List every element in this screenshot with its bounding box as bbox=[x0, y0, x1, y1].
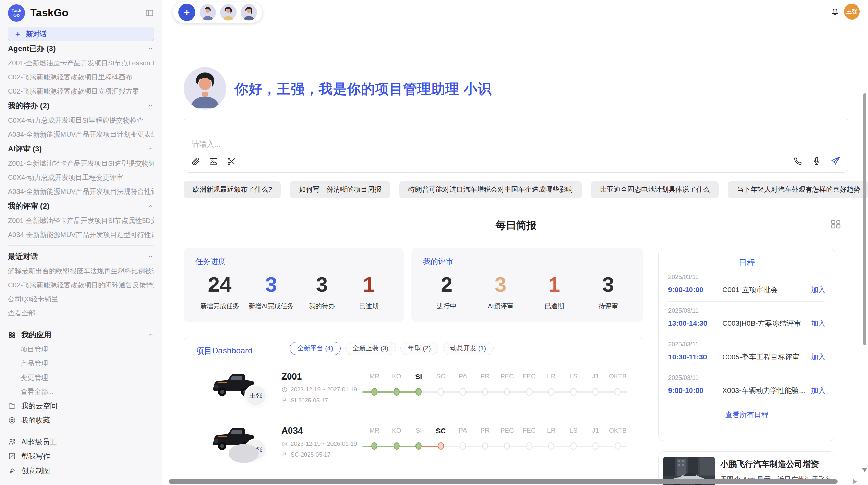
milestone-label-SI: SI bbox=[408, 427, 430, 435]
app-item[interactable]: 产品管理 bbox=[8, 357, 154, 371]
sidebar-section-recent[interactable]: 最近对话 bbox=[8, 249, 154, 264]
add-agent-button[interactable]: + bbox=[178, 4, 195, 21]
stat-value: 3 bbox=[303, 270, 341, 299]
new-chat-button[interactable]: ＋ 新对话 bbox=[8, 27, 154, 41]
send-icon[interactable] bbox=[830, 156, 841, 166]
sidebar-item[interactable]: C0X4-动力总成开发项目SI里程碑提交物检查 bbox=[8, 113, 154, 127]
milestone-dot-PA bbox=[460, 442, 466, 450]
milestone-label-PR: PR bbox=[474, 373, 496, 381]
suggestion-chip[interactable]: 特朗普可能对进口汽车增税会对中国车企造成哪些影响 bbox=[399, 181, 582, 198]
sidebar-item-favorites[interactable]: 我的收藏 bbox=[8, 413, 154, 427]
sidebar-item[interactable]: C0X4-动力总成开发项目工程变更评审 bbox=[8, 171, 154, 185]
milestone-line-segment bbox=[419, 391, 441, 393]
sidebar-tool-writing[interactable]: 帮我写作 bbox=[8, 449, 154, 463]
schedule-join-link[interactable]: 加入 bbox=[811, 352, 825, 362]
sidebar-tool-drawing[interactable]: 创意制图 bbox=[8, 463, 154, 478]
milestone-dot-LR bbox=[548, 442, 554, 450]
sidebar-item[interactable]: A034-全新新能源MUV产品开发项目计划变更表编写 bbox=[8, 127, 154, 141]
stat-row: 2进行中3AI预评审1已逾期3待评审 bbox=[423, 270, 632, 311]
sidebar-divider bbox=[8, 245, 154, 246]
schedule-time: 9:00-10:00 bbox=[668, 386, 722, 395]
sidebar-item[interactable]: Z001-全新燃油轻卡产品开发项目SI节点属性5D文件评审 bbox=[8, 214, 154, 228]
milestone-dot-OKTB bbox=[615, 388, 621, 396]
suggestion-chip[interactable]: 如何写一份清晰的项目周报 bbox=[290, 181, 390, 198]
scissors-icon[interactable] bbox=[227, 157, 236, 166]
sidebar-item[interactable]: Z001-全新燃油皮卡产品开发项目SI节点Lesson Learn报告 bbox=[8, 56, 154, 70]
stat-value: 3 bbox=[589, 270, 627, 299]
schedule-event-title: C001-立项审批会 bbox=[722, 285, 811, 295]
user-avatar[interactable]: 王强 bbox=[844, 4, 860, 20]
next-milestone-text: SC-2025-05-17 bbox=[291, 451, 330, 458]
attachment-icon[interactable] bbox=[191, 157, 201, 166]
milestone-label-LR: LR bbox=[540, 373, 563, 381]
agent-avatar-3[interactable] bbox=[241, 4, 257, 21]
recent-conversation-item[interactable]: C02-飞腾新能源轻客改款项目的闭环通告反馈情况 bbox=[8, 278, 154, 292]
sidebar-collapse-icon[interactable] bbox=[145, 9, 154, 17]
phone-icon[interactable] bbox=[793, 156, 803, 166]
milestone-line-segment bbox=[595, 391, 618, 393]
project-code[interactable]: Z001 bbox=[281, 371, 302, 382]
filter-pill[interactable]: 年型 (2) bbox=[400, 342, 438, 355]
milestone-line-segment bbox=[463, 391, 485, 393]
schedule-date: 2025/03/11 bbox=[668, 374, 825, 382]
sidebar-item[interactable]: Z001-全新燃油轻卡产品开发项目SI造型提交物评审 bbox=[8, 157, 154, 171]
suggestion-chip[interactable]: 当下年轻人对汽车外观有怎样的喜好趋势 bbox=[728, 181, 868, 198]
filter-pill[interactable]: 全新平台 (4) bbox=[290, 342, 341, 355]
app-item[interactable]: 变更管理 bbox=[8, 371, 154, 385]
scroll-right-arrow[interactable] bbox=[853, 479, 857, 484]
stat-AI预评审: 3AI预评审 bbox=[482, 270, 519, 311]
schedule-join-link[interactable]: 加入 bbox=[811, 319, 825, 328]
new-chat-label: 新对话 bbox=[26, 29, 47, 39]
schedule-time: 13:00-14:30 bbox=[668, 319, 722, 327]
milestone-dot-SI bbox=[415, 388, 422, 396]
sidebar-item[interactable]: A034-全新新能源MUV产品开发项目造型可行性评审 bbox=[8, 228, 154, 242]
sidebar-section-my-apps[interactable]: 我的应用 bbox=[8, 327, 154, 343]
apps-view-all-link[interactable]: 查看全部... bbox=[8, 385, 154, 399]
project-code[interactable]: A034 bbox=[281, 425, 303, 436]
milestone-dot-MR bbox=[371, 442, 377, 450]
vertical-scrollbar[interactable] bbox=[863, 93, 866, 345]
chevron-up-icon bbox=[147, 45, 154, 52]
milestone-label-SI: SI bbox=[408, 373, 430, 381]
app-item[interactable]: 项目管理 bbox=[8, 343, 154, 357]
schedule-join-link[interactable]: 加入 bbox=[811, 285, 825, 295]
chat-input[interactable]: 请输入... bbox=[192, 139, 220, 149]
suggestion-chip[interactable]: 欧洲新规最近颁布了什么? bbox=[184, 181, 281, 198]
mic-icon[interactable] bbox=[812, 156, 821, 166]
milestone-dot-SI bbox=[415, 442, 422, 450]
horizontal-scrollbar[interactable] bbox=[169, 479, 838, 484]
clock-icon bbox=[281, 441, 288, 447]
news-title: 小鹏飞行汽车制造公司增资 bbox=[720, 459, 830, 470]
sidebar-item-cloud-space[interactable]: 我的云空间 bbox=[8, 399, 154, 413]
image-icon[interactable] bbox=[209, 157, 218, 166]
section-title-text: 我的待办 (2) bbox=[8, 101, 49, 111]
scroll-down-arrow[interactable] bbox=[862, 468, 867, 472]
chevron-up-icon bbox=[147, 146, 154, 152]
suggestion-chip[interactable]: 比亚迪全固态电池计划具体说了什么 bbox=[591, 181, 719, 198]
schedule-join-link[interactable]: 加入 bbox=[811, 386, 825, 395]
sidebar-row-label: AI超级员工 bbox=[21, 437, 57, 447]
sidebar-item[interactable]: C02-飞腾新能源轻客改款项目里程碑画布 bbox=[8, 70, 154, 84]
sidebar-tool-ai-staff[interactable]: AI超级员工 bbox=[8, 435, 154, 449]
sidebar-section-title[interactable]: Agent已办 (3) bbox=[8, 41, 154, 56]
agent-avatar-2[interactable] bbox=[220, 4, 237, 21]
brief-layout-icon[interactable] bbox=[830, 218, 842, 230]
stat-label: 我的待办 bbox=[303, 302, 341, 311]
stat-label: 已逾期 bbox=[350, 302, 388, 311]
milestone-line-segment bbox=[374, 446, 397, 447]
recent-view-all-link[interactable]: 查看全部... bbox=[8, 306, 154, 320]
task-progress-card: 任务进度 24新增完成任务3新增AI完成任务3我的待办1已逾期 bbox=[184, 248, 404, 322]
recent-conversation-item[interactable]: 公司Q3轻卡销量 bbox=[8, 292, 154, 306]
schedule-time: 9:00-10:00 bbox=[668, 286, 722, 294]
filter-pill[interactable]: 动总开发 (1) bbox=[443, 342, 494, 355]
recent-conversation-item[interactable]: 解释最新出台的欧盟报废车法规再生塑料比例被调至15%... bbox=[8, 264, 154, 278]
schedule-view-all-link[interactable]: 查看所有日程 bbox=[668, 410, 825, 420]
filter-pill[interactable]: 全新上装 (3) bbox=[345, 342, 396, 355]
sidebar-item[interactable]: C02-飞腾新能源轻客改款项目立项汇报方案 bbox=[8, 84, 154, 98]
sidebar-item[interactable]: A034-全新新能源MUV产品开发项目法规符合性评审 bbox=[8, 185, 154, 199]
sidebar-section-title[interactable]: AI评审 (3) bbox=[8, 141, 154, 157]
agent-avatar-1[interactable] bbox=[200, 4, 216, 21]
sidebar-section-title[interactable]: 我的评审 (2) bbox=[8, 199, 154, 214]
notification-bell-icon[interactable] bbox=[830, 7, 840, 16]
sidebar-section-title[interactable]: 我的待办 (2) bbox=[8, 98, 154, 113]
